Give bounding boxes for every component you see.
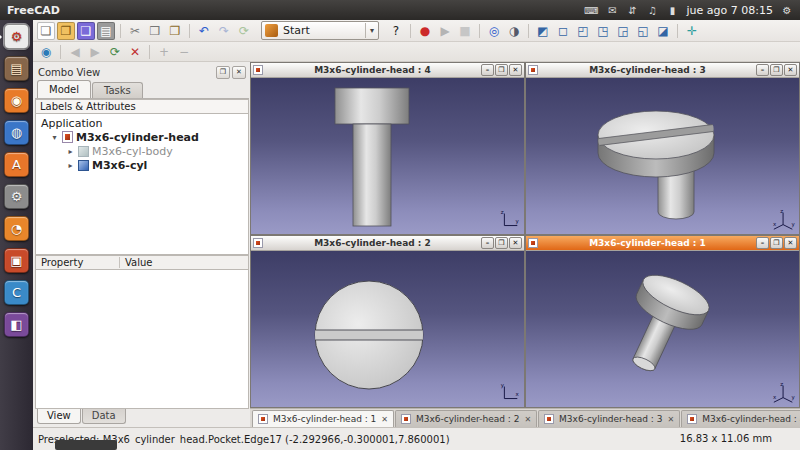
- launcher-item-ubuntu-one[interactable]: ◍: [4, 120, 29, 145]
- mail-icon[interactable]: ✉: [607, 3, 619, 17]
- global-menu-app-title[interactable]: FreeCAD: [7, 4, 60, 17]
- zoom-out-icon[interactable]: −: [175, 43, 193, 61]
- launcher-item-blender[interactable]: ◔: [4, 216, 29, 241]
- float-panel-button[interactable]: ❐: [216, 66, 230, 79]
- battery-icon[interactable]: ▮: [667, 3, 679, 17]
- 3d-view-canvas[interactable]: z y x: [526, 78, 799, 234]
- paste-icon[interactable]: ❐: [166, 22, 184, 40]
- viewport-4-titlebar[interactable]: M3x6-cylinder-head : 4 – ❐ ✕: [251, 63, 524, 78]
- zoom-in-icon[interactable]: +: [155, 43, 173, 61]
- network-icon[interactable]: ⇵: [627, 3, 639, 17]
- maximize-button[interactable]: ❐: [770, 237, 783, 249]
- keyboard-indicator-icon[interactable]: ⌨: [584, 3, 598, 17]
- whats-this-icon[interactable]: ?: [387, 22, 405, 40]
- session-menu-icon[interactable]: ⚙: [781, 3, 793, 17]
- macro-record-icon[interactable]: ●: [416, 22, 434, 40]
- macro-stop-icon[interactable]: ■: [456, 22, 474, 40]
- save-icon[interactable]: ❑: [77, 22, 95, 40]
- tab-model[interactable]: Model: [37, 80, 91, 98]
- tree-item-body[interactable]: ▸ M3x6-cyl-body: [36, 144, 248, 158]
- tab-data[interactable]: Data: [82, 409, 126, 424]
- mdi-tab-2[interactable]: M3x6-cylinder-head : 2 ✕: [395, 410, 537, 427]
- tab-tasks[interactable]: Tasks: [92, 82, 143, 98]
- volume-icon[interactable]: ♫: [647, 3, 659, 17]
- open-document-icon[interactable]: ❐: [57, 22, 75, 40]
- cut-icon[interactable]: ✂: [126, 22, 144, 40]
- tab-close-icon[interactable]: ✕: [381, 415, 388, 424]
- 3d-view-canvas[interactable]: z y x: [526, 251, 799, 407]
- left-view-icon[interactable]: ◪: [654, 22, 672, 40]
- expander-open-icon[interactable]: ▾: [50, 133, 59, 142]
- top-view-icon[interactable]: ◰: [574, 22, 592, 40]
- value-column-header: Value: [120, 257, 248, 268]
- minimize-button[interactable]: –: [756, 237, 769, 249]
- tree-root-application[interactable]: Application: [36, 116, 248, 130]
- close-panel-button[interactable]: ✕: [232, 66, 246, 79]
- axis-indicator: z y x: [772, 381, 796, 405]
- minimize-button[interactable]: –: [756, 64, 769, 76]
- property-table-body[interactable]: [35, 270, 249, 409]
- workbench-selector[interactable]: Start ▾: [261, 21, 379, 40]
- maximize-button[interactable]: ❐: [495, 64, 508, 76]
- viewport-3-titlebar[interactable]: M3x6-cylinder-head : 3 – ❐ ✕: [526, 63, 799, 78]
- axis-cross-icon[interactable]: ✛: [683, 22, 701, 40]
- freecad-doc-icon: [258, 414, 268, 424]
- viewport-2-titlebar[interactable]: M3x6-cylinder-head : 2 – ❐ ✕: [251, 236, 524, 251]
- combo-view-header: Combo View ❐ ✕: [35, 64, 249, 80]
- rear-view-icon[interactable]: ◲: [614, 22, 632, 40]
- close-button[interactable]: ✕: [784, 64, 797, 76]
- print-icon[interactable]: ▤: [97, 22, 115, 40]
- launcher-item-firefox[interactable]: ◉: [4, 88, 29, 113]
- launcher-item-freecad[interactable]: ⚙: [4, 24, 29, 49]
- tab-close-icon[interactable]: ✕: [667, 415, 674, 424]
- tree-item-part[interactable]: ▸ M3x6-cyl: [36, 158, 248, 172]
- launcher-item-files[interactable]: ▤: [4, 56, 29, 81]
- tree-item-document[interactable]: ▾ M3x6-cylinder-head: [36, 130, 248, 144]
- minimize-button[interactable]: –: [481, 237, 494, 249]
- mdi-tab-1[interactable]: M3x6-cylinder-head : 1 ✕: [252, 410, 394, 427]
- launcher-item-ubuntu-one-icon: ◍: [11, 126, 22, 139]
- minimize-button[interactable]: –: [481, 64, 494, 76]
- right-view-icon[interactable]: ◳: [594, 22, 612, 40]
- tab-view[interactable]: View: [37, 409, 81, 424]
- launcher-item-chromium[interactable]: C: [4, 280, 29, 305]
- maximize-button[interactable]: ❐: [770, 64, 783, 76]
- isometric-view-icon[interactable]: ◩: [534, 22, 552, 40]
- expander-closed-icon[interactable]: ▸: [66, 147, 75, 156]
- expander-closed-icon[interactable]: ▸: [66, 161, 75, 170]
- undo-icon[interactable]: ↶: [195, 22, 213, 40]
- nav-back-icon[interactable]: ◀: [66, 43, 84, 61]
- toolbar-separator: [677, 24, 678, 38]
- launcher-item-workspaces[interactable]: ◧: [4, 312, 29, 337]
- refresh-icon[interactable]: ⟳: [235, 22, 253, 40]
- fit-all-icon[interactable]: ◎: [485, 22, 503, 40]
- nav-forward-icon[interactable]: ▶: [86, 43, 104, 61]
- tab-close-icon[interactable]: ✕: [524, 415, 531, 424]
- macro-run-icon[interactable]: ▶: [436, 22, 454, 40]
- maximize-button[interactable]: ❐: [495, 237, 508, 249]
- copy-icon[interactable]: ❒: [146, 22, 164, 40]
- 3d-view-canvas[interactable]: y x: [251, 251, 524, 407]
- viewport-1-titlebar[interactable]: M3x6-cylinder-head : 1 – ❐ ✕: [526, 236, 799, 251]
- front-view-icon[interactable]: ◻: [554, 22, 572, 40]
- web-browser-icon[interactable]: ◉: [37, 43, 55, 61]
- launcher-item-system-settings[interactable]: ⚙: [4, 184, 29, 209]
- combo-dropdown-icon[interactable]: ▾: [365, 23, 376, 38]
- close-button[interactable]: ✕: [784, 237, 797, 249]
- clock[interactable]: jue ago 7 08:15: [687, 4, 773, 17]
- redo-icon[interactable]: ↷: [215, 22, 233, 40]
- tree-item-label: M3x6-cylinder-head: [76, 131, 199, 144]
- launcher-item-libreoffice[interactable]: ▣: [4, 248, 29, 273]
- nav-stop-icon[interactable]: ✕: [126, 43, 144, 61]
- draw-style-icon[interactable]: ◑: [505, 22, 523, 40]
- close-button[interactable]: ✕: [509, 64, 522, 76]
- nav-refresh-icon[interactable]: ⟳: [106, 43, 124, 61]
- close-button[interactable]: ✕: [509, 237, 522, 249]
- panel-title: Combo View: [38, 67, 214, 78]
- bottom-view-icon[interactable]: ◱: [634, 22, 652, 40]
- mdi-tab-3[interactable]: M3x6-cylinder-head : 3 ✕: [538, 410, 680, 427]
- launcher-item-software-center[interactable]: A: [4, 152, 29, 177]
- mdi-tab-4[interactable]: M3x6-cylinder-head : 4 ✕: [681, 410, 800, 427]
- 3d-view-canvas[interactable]: z y: [251, 78, 524, 234]
- new-document-icon[interactable]: ❏: [37, 22, 55, 40]
